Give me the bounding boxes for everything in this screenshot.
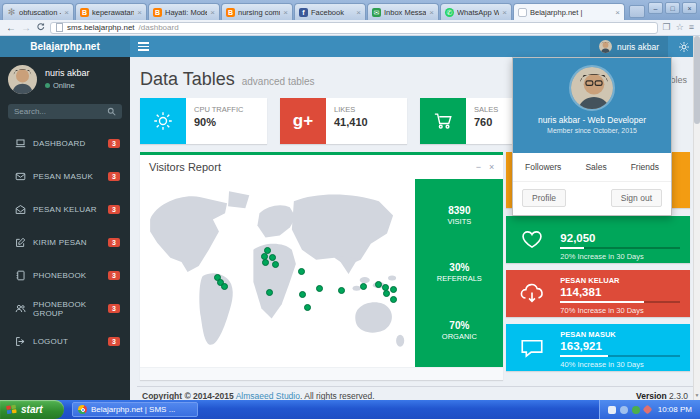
stat-box-pesan-masuk: PESAN MASUK 163,921 40% Increase in 30 D… (506, 324, 690, 371)
windows-flag-icon (6, 404, 17, 415)
taskbar-task-belajarphp[interactable]: Belajarphp.net | SMS ... (72, 402, 198, 417)
system-tray: 10:08 PM (599, 400, 700, 419)
tab-label: Inbox Message | (384, 8, 426, 17)
tab-close-icon[interactable]: × (356, 8, 361, 17)
tray-antivirus-icon[interactable] (632, 406, 640, 414)
badge: 3 (108, 205, 120, 214)
tab-close-icon[interactable]: × (615, 8, 620, 17)
gear-icon (140, 98, 186, 144)
sidebar-item-pesan-keluar[interactable]: PESAN KELUAR 3 (0, 193, 130, 226)
panel-title: Visitors Report (149, 161, 476, 173)
sign-out-button[interactable]: Sign out (611, 189, 662, 207)
member-since: Member since October, 2015 (513, 127, 671, 134)
friends-link[interactable]: Friends (631, 162, 659, 172)
minimize-button[interactable]: – (648, 2, 663, 14)
tray-volume-icon[interactable] (642, 405, 652, 415)
dashboard-icon (15, 138, 26, 149)
profile-button[interactable]: Profile (522, 189, 566, 207)
avatar (569, 65, 615, 111)
sidebar-item-phonebook[interactable]: PHONEBOOK 3 (0, 259, 130, 292)
address-bar[interactable]: sms.belajarphp.net /dashboard (50, 22, 658, 34)
search-icon[interactable] (107, 107, 116, 116)
scrollbar-thumb[interactable] (694, 36, 700, 124)
visitor-stats: 8390 VISITS 30% REFERRALS 70% ORGANIC (415, 179, 503, 367)
dropdown-user-title: nuris akbar - Web Developer (513, 115, 671, 125)
sidebar-toggle-icon[interactable] (130, 36, 156, 57)
chrome-menu-icon[interactable]: ≡ (689, 23, 694, 32)
navbar-user-menu[interactable]: nuris akbar (590, 36, 668, 57)
page-title: Data Tables (140, 69, 235, 90)
whatsapp-favicon-icon: ✆ (445, 8, 454, 17)
scroll-down-icon[interactable]: ▼ (694, 390, 700, 400)
info-box-cpu: CPU TRAFFIC 90% (140, 98, 267, 144)
tab-close-icon[interactable]: × (283, 8, 288, 17)
tray-network-icon[interactable] (620, 406, 628, 414)
blogger-favicon-icon: B (153, 8, 162, 17)
extension-icon[interactable]: ❐ (663, 23, 671, 32)
tab-hayati[interactable]: B Hayati: Model D × (148, 3, 220, 20)
search-input[interactable] (14, 107, 103, 116)
avatar (8, 65, 37, 94)
badge: 3 (108, 304, 120, 313)
back-button[interactable]: ← (6, 23, 16, 33)
user-dropdown: nuris akbar - Web Developer Member since… (512, 57, 672, 216)
tab-obfuscation[interactable]: ✻ obfuscation - Ca × (2, 3, 74, 20)
close-button[interactable]: × (682, 2, 697, 14)
tab-label: Facebook (311, 8, 353, 17)
scrollbar[interactable]: ▼ (693, 36, 700, 400)
followers-link[interactable]: Followers (525, 162, 561, 172)
url-path: /dashboard (139, 23, 179, 32)
sidebar-item-logout[interactable]: LOGOUT 3 (0, 325, 130, 358)
sidebar-item-dashboard[interactable]: DASHBOARD 3 (0, 127, 130, 160)
start-button[interactable]: start (0, 400, 64, 419)
collapse-icon[interactable]: − (476, 162, 481, 172)
cart-icon (420, 98, 466, 144)
tab-facebook[interactable]: f Facebook × (294, 3, 366, 20)
heart-icon (506, 216, 558, 263)
tab-belajarphp-active[interactable]: Belajarphp.net | × (513, 3, 625, 20)
forward-button[interactable]: → (21, 23, 31, 33)
tab-close-icon[interactable]: × (502, 8, 507, 17)
tab-nursing[interactable]: B nursing communi × (221, 3, 293, 20)
stat-visits: 8390 VISITS (447, 205, 471, 226)
book-icon (15, 270, 26, 281)
new-tab-button[interactable] (629, 5, 645, 18)
taskbar: start Belajarphp.net | SMS ... 10:08 PM (0, 400, 700, 419)
sidebar-item-pesan-masuk[interactable]: PESAN MASUK 3 (0, 160, 130, 193)
stat-referrals: 30% REFERRALS (437, 262, 482, 283)
tab-close-icon[interactable]: × (64, 8, 69, 17)
tab-close-icon[interactable]: × (137, 8, 142, 17)
world-map[interactable] (140, 179, 415, 367)
sidebar-user-name: nuris akbar (45, 65, 90, 78)
badge: 3 (108, 337, 120, 346)
sidebar-user-panel: nuris akbar Online (0, 57, 130, 100)
refresh-icon[interactable] (36, 22, 45, 33)
tab-whatsapp[interactable]: ✆ WhatsApp Web × (440, 3, 512, 20)
sidebar-item-kirim-pesan[interactable]: KIRIM PESAN 3 (0, 226, 130, 259)
browser-toolbar: ← → sms.belajarphp.net /dashboard ❐ ☆ ≡ (0, 20, 700, 36)
tab-inbox[interactable]: ✉ Inbox Message | × (367, 3, 439, 20)
tab-keperawatan[interactable]: B keperawatan: M × (75, 3, 147, 20)
tab-close-icon[interactable]: × (429, 8, 434, 17)
screen: ✻ obfuscation - Ca × B keperawatan: M × … (0, 0, 700, 419)
tab-label: obfuscation - Ca (19, 8, 61, 17)
inbox-favicon-icon: ✉ (372, 8, 381, 17)
sidebar-search[interactable] (8, 104, 122, 119)
page-footer: Copyright © 2014-2015 Almsaeed Studio. A… (137, 386, 693, 401)
tab-label: keperawatan: M (92, 8, 134, 17)
tab-close-icon[interactable]: × (210, 8, 215, 17)
clock[interactable]: 10:08 PM (658, 405, 692, 414)
maximize-button[interactable]: □ (665, 2, 680, 14)
sidebar-item-phonebook-group[interactable]: PHONEBOOK GROUP 3 (0, 292, 130, 325)
cloud-download-icon (506, 270, 558, 317)
bookmark-star-icon[interactable]: ☆ (676, 23, 684, 32)
close-icon[interactable]: × (489, 162, 494, 172)
url-host: sms.belajarphp.net (67, 23, 135, 32)
sales-link[interactable]: Sales (585, 162, 606, 172)
info-box-likes: g+ LIKES 41,410 (280, 98, 407, 144)
badge: 3 (108, 238, 120, 247)
tab-label: Belajarphp.net | (530, 8, 612, 17)
brand-logo[interactable]: Belajarphp.net (0, 36, 130, 57)
badge: 3 (108, 172, 120, 181)
tray-language-icon[interactable] (608, 406, 616, 414)
